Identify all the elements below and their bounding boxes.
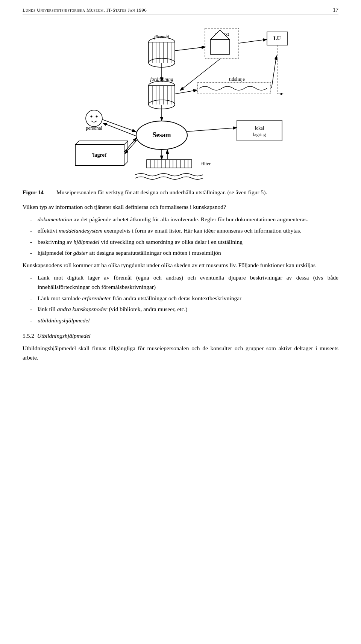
list2: - Länk mot digitalt lager av föremål (eg… (23, 273, 338, 325)
label-lagret: 'lagret' (92, 152, 108, 158)
svg-line-38 (124, 162, 128, 165)
body-section: Vilken typ av information och tjänster s… (23, 203, 338, 362)
label-lu: LU (273, 36, 281, 41)
list-dash-5: - (30, 273, 38, 292)
list-content-8: utbildningshjälpmedel (38, 316, 338, 325)
list-dash-2: - (30, 226, 38, 236)
list-dash-4: - (30, 248, 38, 258)
section-header: 5.5.2 Utbildningshjälpmedel (23, 331, 338, 341)
list-item-2: - effektivt meddelandesystem exempelvis … (23, 226, 338, 236)
svg-line-34 (103, 123, 136, 136)
svg-line-13 (175, 47, 205, 51)
list-dash-6: - (30, 294, 38, 303)
figure-text: Museipersonalen får verktyg för att desi… (56, 188, 338, 197)
list-content-3: beskrivning av hjälpmedel vid utveckling… (38, 237, 338, 247)
list-item-3: - beskrivning av hjälpmedel vid utveckli… (23, 237, 338, 247)
list-content-7: länk till andra kunskapsnoder (vid bibli… (38, 305, 338, 314)
svg-line-14 (239, 39, 266, 43)
para2: Kunskapsnodens roll kommer att ha olika … (23, 261, 338, 270)
label-lokal: lokal (255, 125, 264, 131)
svg-line-61 (180, 59, 220, 90)
label-filter: filter (201, 161, 211, 166)
header-title: Lunds Universitetshistoriska Museum. IT-… (23, 7, 147, 13)
diagram-container: föremål context LU fördj (23, 19, 338, 180)
list-item-5: - Länk mot digitalt lager av föremål (eg… (23, 273, 338, 292)
section-title: Utbildningshjälpmedel (37, 333, 91, 339)
para1: Vilken typ av information och tjänster s… (23, 203, 338, 212)
label-foremal: föremål (154, 34, 169, 39)
section-number: 5.5.2 (23, 333, 34, 339)
list-content-1: dokumentation av det pågående arbetet åt… (38, 215, 338, 224)
page-number: 17 (333, 7, 338, 13)
svg-line-39 (75, 141, 79, 145)
para3: Utbildningshjälpmedel skall finnas tillg… (23, 344, 338, 363)
svg-point-32 (96, 116, 98, 118)
svg-point-30 (86, 110, 102, 127)
list-content-2: effektivt meddelandesystem exempelvis i … (38, 226, 338, 236)
list-item-6: - Länk mot samlade erfarenheter från and… (23, 294, 338, 303)
list-item-8: - utbildningshjälpmedel (23, 316, 338, 325)
list-content-5: Länk mot digitalt lager av föremål (egna… (38, 273, 338, 292)
list-item-1: - dokumentation av det pågående arbetet … (23, 215, 338, 224)
figure-label: Figur 14 (23, 188, 56, 197)
list-item-4: - hjälpmedel för gäster att designa sepa… (23, 248, 338, 258)
label-sesam: Sesam (153, 131, 171, 139)
svg-line-26 (272, 56, 276, 88)
svg-line-41 (124, 138, 136, 152)
label-lagring: lagring (253, 132, 266, 137)
list-item-7: - länk till andra kunskapsnoder (vid bib… (23, 305, 338, 314)
list-dash-1: - (30, 215, 38, 224)
svg-rect-9 (211, 39, 229, 54)
page-header: Lunds Universitetshistoriska Museum. IT-… (23, 7, 338, 15)
svg-line-44 (187, 128, 236, 132)
svg-rect-24 (197, 83, 271, 94)
list-dash-7: - (30, 305, 38, 314)
list-dash-8: - (30, 316, 38, 325)
list1: - dokumentation av det pågående arbetet … (23, 215, 338, 258)
diagram-svg: föremål context LU fördj (53, 19, 308, 180)
svg-line-33 (102, 119, 135, 132)
svg-point-31 (91, 116, 93, 118)
list-dash-3: - (30, 237, 38, 247)
label-tidslinje: tidslinje (229, 76, 245, 82)
svg-line-36 (124, 141, 128, 145)
list-content-4: hjälpmedel för gäster att designa separa… (38, 248, 338, 258)
figure-caption: Figur 14 Museipersonalen får verktyg för… (23, 188, 338, 197)
list-content-6: Länk mot samlade erfarenheter från andra… (38, 294, 338, 303)
svg-line-25 (175, 90, 197, 94)
